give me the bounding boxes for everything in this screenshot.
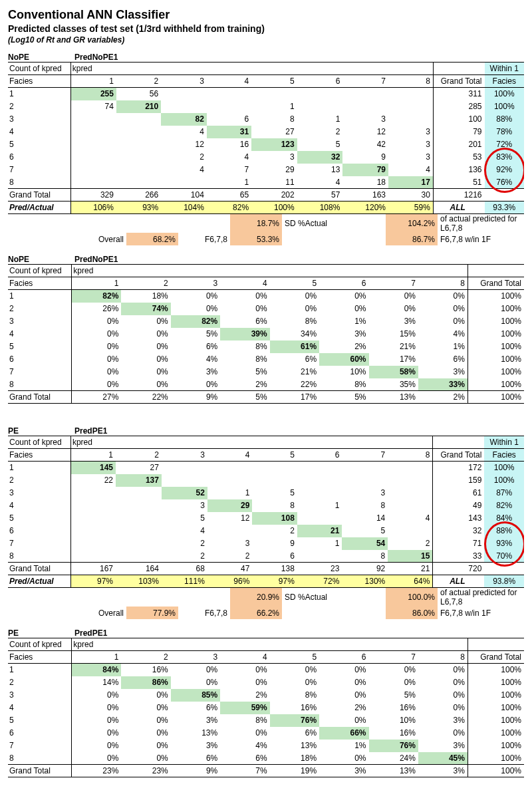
cell: 59% — [220, 702, 269, 714]
cell: 0% — [121, 740, 170, 752]
cell — [116, 512, 162, 525]
cell: 100% — [467, 702, 524, 714]
cell: 2 — [207, 550, 253, 563]
cell: 15% — [369, 328, 418, 340]
label-cell: 6 — [8, 353, 72, 366]
cell: 0% — [72, 328, 121, 340]
cell: 22% — [270, 378, 319, 391]
cell: Grand Total — [467, 277, 524, 290]
cell: 0% — [121, 353, 170, 366]
cell: 19% — [270, 765, 319, 777]
cell: 64% — [388, 575, 433, 588]
cell: 8 — [418, 277, 467, 290]
cell: 4 — [207, 449, 253, 462]
cell: 33% — [418, 378, 467, 391]
cell: 79 — [342, 164, 388, 176]
cell: 76% — [485, 176, 524, 189]
cell: 34% — [270, 328, 319, 340]
label-cell: 8 — [8, 176, 70, 189]
cell — [70, 138, 116, 151]
cell: 0% — [121, 752, 170, 765]
cell: 0% — [270, 290, 319, 303]
cell: 159 — [433, 474, 484, 487]
cell: 3% — [418, 714, 467, 727]
cell — [70, 525, 116, 537]
cell — [162, 462, 207, 474]
cell: 21% — [270, 366, 319, 378]
cell — [116, 164, 161, 176]
cell: 1% — [418, 340, 467, 353]
cell: 0% — [418, 664, 467, 676]
cell: 0% — [220, 290, 269, 303]
cell: 8% — [270, 689, 319, 702]
cell: 3% — [319, 765, 368, 777]
cell: 18 — [342, 176, 388, 189]
cell: 2 — [121, 277, 170, 290]
cell: 1216 — [433, 189, 484, 202]
label-cell: Grand Total — [8, 563, 70, 575]
cell: 164 — [116, 563, 162, 575]
summary-table: 18.7%SD %Actual104.2%of actual predicted… — [8, 214, 524, 245]
cell: 2 — [162, 537, 207, 550]
cell: 30 — [388, 189, 433, 202]
cell: 88% — [484, 525, 524, 537]
cell: 6% — [418, 353, 467, 366]
cell: 255 — [70, 88, 116, 100]
label-cell: 6 — [8, 525, 70, 537]
cell: 35% — [369, 378, 418, 391]
cell: 57 — [297, 189, 343, 202]
cell: 79 — [433, 126, 484, 138]
cell — [70, 151, 116, 164]
cell: 0% — [270, 676, 319, 689]
cell — [388, 487, 433, 499]
cell: Within 1 — [484, 436, 524, 449]
cell: 2 — [116, 75, 161, 88]
cell — [297, 88, 343, 100]
cell: 3% — [418, 740, 467, 752]
cell: 1 — [297, 537, 342, 550]
cell: 7 — [369, 651, 418, 664]
cell: 100% — [467, 664, 524, 676]
cell: 5 — [270, 651, 319, 664]
cell: 47 — [207, 563, 253, 575]
cell: 0% — [72, 315, 121, 328]
cell — [433, 436, 484, 449]
label-cell: 3 — [8, 487, 70, 499]
cell: 1 — [251, 100, 297, 113]
cell: 83% — [485, 151, 524, 164]
section-header: NoPEPredNoPE1 — [8, 53, 524, 62]
cell: 0% — [319, 664, 368, 676]
cell: 17 — [388, 176, 433, 189]
cell: 29 — [207, 499, 253, 512]
confusion-pct-table: Count of kpredkpredFacies12345678Grand T… — [8, 638, 524, 777]
cell: 3% — [319, 328, 368, 340]
label-cell: 3 — [8, 113, 70, 126]
label-cell: Grand Total — [8, 765, 72, 777]
cell: 3 — [342, 487, 388, 499]
cell: 0% — [220, 676, 269, 689]
cell: 18% — [121, 290, 170, 303]
cell: 16% — [121, 664, 170, 676]
label-cell: 2 — [8, 474, 70, 487]
cell: 5 — [162, 512, 207, 525]
label-cell: 4 — [8, 126, 70, 138]
label-cell: 2 — [8, 100, 70, 113]
cell — [388, 88, 433, 100]
cell: 8% — [270, 315, 319, 328]
cell: 1 — [207, 487, 253, 499]
cell: 0% — [72, 340, 121, 353]
cell: 0% — [319, 676, 368, 689]
cell: 82% — [171, 315, 220, 328]
cell: 4 — [161, 164, 207, 176]
cell: 9 — [342, 151, 388, 164]
cell: 0% — [220, 727, 269, 740]
cell: 8 — [251, 113, 297, 126]
cell: 0% — [121, 727, 170, 740]
cell: 8% — [220, 340, 269, 353]
cell: 16% — [369, 702, 418, 714]
cell: 100% — [484, 462, 524, 474]
cell — [116, 550, 162, 563]
cell: 167 — [70, 563, 116, 575]
cell: 9% — [171, 391, 220, 404]
cell: 100% — [467, 303, 524, 315]
